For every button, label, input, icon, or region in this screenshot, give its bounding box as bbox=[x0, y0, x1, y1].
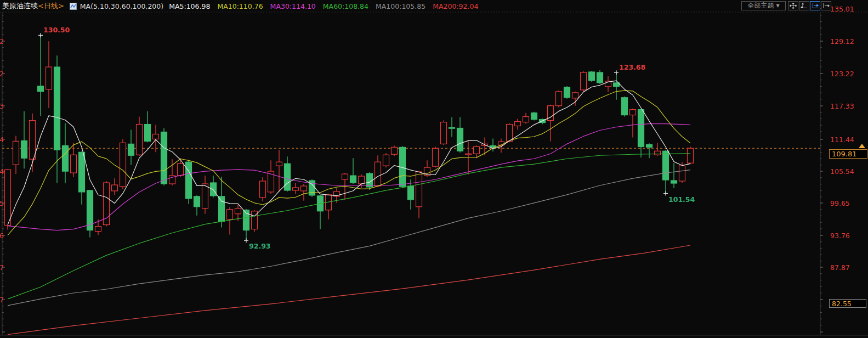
ma-legend: MA5:106.98MA10:110.76MA30:114.10MA60:108… bbox=[169, 2, 485, 10]
left-axis-label-fragment: 6 bbox=[0, 232, 4, 240]
ma-legend-item: MA200:92.04 bbox=[433, 2, 478, 10]
ma-legend-item: MA30:114.10 bbox=[270, 2, 316, 10]
candle-body bbox=[638, 110, 644, 147]
candle-body bbox=[153, 134, 159, 139]
price-up-arrow-icon bbox=[859, 144, 865, 148]
price-tick-label: 135.01 bbox=[830, 5, 854, 13]
candle-body bbox=[655, 151, 661, 155]
axis-fit-icon[interactable] bbox=[810, 1, 820, 10]
left-axis-label-fragment: 2 bbox=[0, 70, 4, 78]
candle-body bbox=[194, 196, 200, 207]
ma100-line bbox=[8, 170, 690, 306]
candle-body bbox=[474, 147, 480, 154]
candle-body bbox=[202, 184, 208, 209]
left-axis-label-fragment: 4 bbox=[0, 167, 4, 176]
ma200-line bbox=[8, 245, 690, 335]
theme-dropdown-button[interactable]: 全部主题▼ bbox=[741, 1, 786, 10]
candle-body bbox=[556, 92, 562, 106]
ma-legend-item: MA60:108.84 bbox=[323, 2, 368, 10]
chart-header: 美原油连续<日线> MA(5,10,30,60,100,200) MA5:106… bbox=[2, 1, 485, 12]
candle-body bbox=[466, 154, 472, 155]
candle-body bbox=[54, 67, 60, 150]
candle-body bbox=[112, 185, 118, 191]
candle-body bbox=[137, 125, 143, 155]
candle-body bbox=[13, 141, 19, 165]
candle-body bbox=[630, 110, 636, 115]
ma-legend-item: MA5:106.98 bbox=[169, 2, 210, 10]
candle-body bbox=[178, 164, 184, 176]
candle-body bbox=[285, 164, 291, 190]
theme-dropdown-label: 全部主题 bbox=[747, 2, 774, 10]
candle-body bbox=[457, 128, 463, 151]
ma10-line bbox=[8, 91, 690, 235]
candle-body bbox=[235, 209, 241, 214]
candle-body bbox=[531, 113, 537, 120]
candle-body bbox=[408, 186, 414, 200]
left-axis-label-fragment: 7 bbox=[0, 296, 4, 304]
candlestick-chart[interactable]: 135.01129.12123.22117.33111.44105.5499.6… bbox=[0, 0, 868, 338]
price-tick-label: 99.65 bbox=[830, 199, 850, 207]
candle-body bbox=[79, 152, 85, 192]
extreme-price-annotation: 92.93 bbox=[249, 242, 271, 250]
price-tick-label: 93.76 bbox=[830, 232, 850, 240]
candle-body bbox=[507, 125, 513, 142]
ma-legend-item: MA10:110.76 bbox=[217, 2, 263, 10]
candle-body bbox=[38, 86, 44, 92]
candle-body bbox=[688, 148, 694, 163]
left-axis-label-fragment: 7 bbox=[0, 263, 4, 272]
candle-body bbox=[350, 176, 356, 183]
pan-icon[interactable] bbox=[788, 1, 798, 10]
candle-body bbox=[515, 122, 521, 126]
price-tick-label: 129.12 bbox=[830, 37, 854, 46]
current-price-label: 109.81 bbox=[829, 149, 867, 159]
candle-body bbox=[95, 227, 101, 232]
left-axis-label-fragment: 3 bbox=[0, 102, 4, 110]
ma5-line bbox=[8, 81, 690, 225]
candle-body bbox=[581, 72, 587, 90]
current-price-value: 109.81 bbox=[832, 150, 857, 158]
candle-body bbox=[523, 117, 529, 122]
price-tick-label: 117.33 bbox=[830, 102, 854, 110]
candle-body bbox=[211, 183, 217, 196]
axis-marker-label: 82.55 bbox=[829, 299, 866, 308]
price-tick-label: 87.87 bbox=[830, 263, 850, 272]
period-tag: <日线> bbox=[38, 2, 64, 10]
candle-body bbox=[498, 142, 504, 145]
candle-body bbox=[120, 143, 126, 187]
axis-marker-value: 82.55 bbox=[832, 300, 852, 308]
axis-scale-icon[interactable] bbox=[799, 1, 809, 10]
candle-body bbox=[276, 162, 282, 166]
ma60-line bbox=[8, 154, 690, 299]
trading-chart-app: 135.01129.12123.22117.33111.44105.5499.6… bbox=[0, 0, 868, 338]
left-axis-label-fragment: 2 bbox=[0, 37, 4, 46]
symbol-name: 美原油连续 bbox=[2, 2, 38, 10]
candle-body bbox=[342, 174, 348, 179]
chevron-down-icon: ▼ bbox=[776, 2, 779, 10]
candle-body bbox=[572, 93, 578, 98]
candle-body bbox=[30, 121, 36, 160]
candle-body bbox=[449, 128, 455, 129]
candle-body bbox=[227, 210, 233, 219]
candle-body bbox=[63, 145, 69, 171]
extreme-price-annotation: 123.68 bbox=[619, 63, 645, 71]
candle-body bbox=[161, 132, 167, 184]
candle-body bbox=[186, 162, 192, 199]
candle-body bbox=[367, 173, 373, 187]
candle-body bbox=[671, 181, 677, 183]
candle-body bbox=[21, 140, 27, 158]
ma-legend-item: MA100:105.85 bbox=[376, 2, 426, 10]
candle-body bbox=[375, 162, 381, 186]
candle-body bbox=[301, 186, 307, 191]
candle-body bbox=[679, 166, 685, 181]
left-axis-label-fragment: 5 bbox=[0, 199, 4, 207]
candle-body bbox=[433, 148, 439, 166]
extreme-price-annotation: 101.54 bbox=[668, 195, 695, 204]
ma30-line bbox=[8, 124, 690, 230]
candle-body bbox=[145, 125, 151, 142]
page-forward-icon[interactable] bbox=[821, 1, 831, 10]
left-axis-label-fragment: 4 bbox=[0, 136, 4, 144]
candle-body bbox=[46, 67, 52, 89]
candle-body bbox=[589, 72, 595, 81]
candle-body bbox=[260, 181, 266, 198]
ma-param-label: MA(5,10,30,60,100,200) bbox=[80, 2, 163, 10]
